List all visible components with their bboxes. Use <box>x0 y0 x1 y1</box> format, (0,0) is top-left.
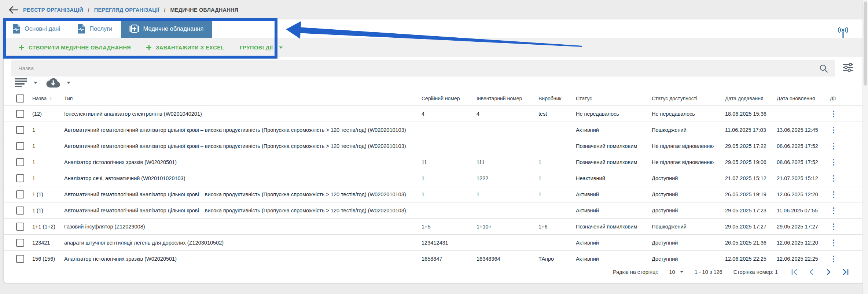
upload-excel-button[interactable]: ЗАВАНТАЖИТИ З EXCEL <box>146 45 224 51</box>
cell-inventory <box>477 138 538 154</box>
rows-per-page-select[interactable]: 10 <box>669 269 684 275</box>
cell-updated: 11.06.2025 07:55 <box>777 202 830 219</box>
cell-serial <box>422 202 477 219</box>
cell-name: 1 <box>32 122 64 138</box>
cell-availability: Доступний <box>652 186 725 202</box>
create-equipment-button[interactable]: СТВОРИТИ МЕДИЧНЕ ОБЛАДНАННЯ <box>19 45 131 51</box>
back-button[interactable] <box>9 6 18 14</box>
header-date-added[interactable]: Дата додавання <box>725 92 777 106</box>
cell-inventory <box>477 235 538 251</box>
header-availability[interactable]: Статус доступності <box>652 92 725 106</box>
cell-name: 1 (1) <box>32 202 64 219</box>
cell-manufacturer: 1 <box>538 154 576 170</box>
rows-per-page-label: Рядків на сторінці: <box>613 269 658 275</box>
cell-status: Активний <box>576 235 652 251</box>
row-density-button[interactable] <box>15 78 37 87</box>
table-row: 1Автоматичний гематологічний аналізатор … <box>4 138 864 154</box>
medical-equipment-page: РЕЄСТР ОРГАНІЗАЦІЙ / ПЕРЕГЛЯД ОРГАНІЗАЦІ… <box>0 0 868 294</box>
table-row: 123421апарати штучної вентиляції легень … <box>4 235 864 251</box>
row-checkbox[interactable] <box>16 239 24 247</box>
cell-type: апарати штучної вентиляції легень для до… <box>64 235 422 251</box>
cell-updated: 12.06.2025 12:20 <box>777 186 830 202</box>
document-pulse-icon <box>77 24 85 34</box>
breadcrumb-separator: / <box>164 7 165 13</box>
cell-status: Не передавалось <box>576 106 652 122</box>
tab-medical-equipment[interactable]: Медичне обладнання <box>121 19 212 38</box>
search-input[interactable] <box>18 65 819 72</box>
search-row <box>4 57 864 77</box>
cell-updated: 08.06.2025 17:52 <box>777 138 830 154</box>
header-status[interactable]: Статус <box>576 92 652 106</box>
row-checkbox[interactable] <box>16 223 24 231</box>
pagination: Рядків на сторінці: 10 1 - 10 з 126 Стор… <box>4 263 864 280</box>
row-checkbox[interactable] <box>16 126 24 134</box>
row-actions-menu-icon[interactable]: ⋮ <box>830 190 838 198</box>
tab-services[interactable]: Послуги <box>69 19 121 38</box>
search-icon[interactable] <box>819 64 828 73</box>
row-actions-menu-icon[interactable]: ⋮ <box>830 158 838 166</box>
cell-inventory: 4 <box>477 106 538 122</box>
range-label: 1 - 10 з 126 <box>695 269 722 275</box>
download-button[interactable] <box>46 78 70 88</box>
header-date-updated[interactable]: Дата оновлення <box>777 92 830 106</box>
filter-sliders-icon[interactable] <box>842 62 854 74</box>
cell-serial <box>422 122 477 138</box>
cell-added: 26.05.2025 21:36 <box>725 235 777 251</box>
header-inventory[interactable]: Інвентарний номер <box>477 92 538 106</box>
table-row: 1 (1)Автоматичний гематологічний аналіза… <box>4 186 864 202</box>
cell-name: 1+1 (1+2) <box>32 219 64 235</box>
back-arrow-icon <box>9 6 18 14</box>
cell-manufacturer <box>538 138 576 154</box>
group-actions-button[interactable]: ГРУПОВІ ДІЇ <box>240 45 283 51</box>
chevron-down-icon <box>680 271 684 273</box>
cell-availability: Доступний <box>652 235 725 251</box>
next-page-button[interactable] <box>825 268 832 276</box>
sort-asc-icon: ↑ <box>49 96 52 101</box>
group-actions-label: ГРУПОВІ ДІЇ <box>240 45 273 51</box>
breadcrumb-org-view-link[interactable]: ПЕРЕГЛЯД ОРГАНІЗАЦІЇ <box>94 7 159 13</box>
cell-status: Позначений помилковим <box>576 138 652 154</box>
row-checkbox[interactable] <box>16 174 24 182</box>
tab-main-data[interactable]: Основні дані <box>4 19 69 38</box>
header-type[interactable]: Тип <box>64 92 422 106</box>
page-scrollbar[interactable] <box>863 0 868 294</box>
table-row: 1Аналізатор гістологічних зразків (W0202… <box>4 154 864 170</box>
row-actions-menu-icon[interactable]: ⋮ <box>830 142 838 150</box>
row-actions-menu-icon[interactable]: ⋮ <box>830 109 838 118</box>
row-actions-menu-icon[interactable]: ⋮ <box>830 174 838 182</box>
header-name[interactable]: Назва↑ <box>32 92 64 106</box>
last-page-button[interactable] <box>842 268 849 276</box>
cell-inventory <box>477 122 538 138</box>
prev-page-button[interactable] <box>808 268 815 276</box>
header-manufacturer[interactable]: Виробник <box>538 92 576 106</box>
breadcrumb-registry-link[interactable]: РЕЄСТР ОРГАНІЗАЦІЙ <box>23 7 83 13</box>
cell-availability: Не підлягає відновленню <box>652 138 725 154</box>
row-checkbox[interactable] <box>16 110 24 118</box>
header-serial[interactable]: Серійний номер <box>422 92 477 106</box>
table-row: 1Аналізатор сечі, автоматичний (W0201010… <box>4 170 864 186</box>
medical-bag-icon <box>129 24 139 33</box>
row-checkbox[interactable] <box>16 190 24 198</box>
first-page-button[interactable] <box>791 268 798 276</box>
cell-added: 21.07.2025 15:12 <box>725 170 777 186</box>
row-actions-menu-icon[interactable]: ⋮ <box>830 126 838 134</box>
row-actions-menu-icon[interactable]: ⋮ <box>830 254 838 263</box>
row-actions-menu-icon[interactable]: ⋮ <box>830 206 838 215</box>
scrollbar-thumb[interactable] <box>864 1 867 86</box>
cell-type: Автоматичний гематологічний аналізатор ц… <box>64 138 422 154</box>
select-all-checkbox[interactable] <box>16 94 24 103</box>
table-row: 1 (1)Автоматичний гематологічний аналіза… <box>4 202 864 219</box>
row-checkbox[interactable] <box>16 142 24 150</box>
cell-inventory: 1+10+ <box>477 219 538 235</box>
cell-inventory: 1222 <box>477 170 538 186</box>
cell-name: 1 <box>32 170 64 186</box>
row-actions-menu-icon[interactable]: ⋮ <box>830 222 838 231</box>
row-checkbox[interactable] <box>16 206 24 215</box>
cell-serial: 1 <box>422 170 477 186</box>
cell-manufacturer: 1 <box>538 170 576 186</box>
cell-updated: 21.07.2025 15:12 <box>777 170 830 186</box>
cell-added: 29.05.2025 19:06 <box>725 154 777 170</box>
row-actions-menu-icon[interactable]: ⋮ <box>830 238 838 247</box>
row-checkbox[interactable] <box>16 158 24 166</box>
row-checkbox[interactable] <box>16 255 24 263</box>
